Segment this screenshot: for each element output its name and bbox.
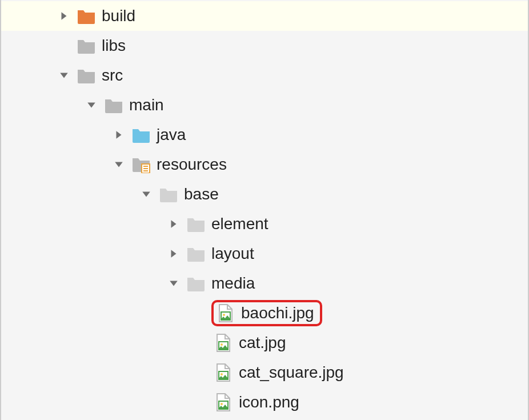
highlight-annotation: baochi.jpg bbox=[211, 300, 322, 326]
tree-item-layout[interactable]: layout bbox=[1, 239, 528, 269]
tree-item-label: src bbox=[102, 67, 123, 83]
tree-item-resources[interactable]: resources bbox=[1, 150, 528, 179]
folder-icon bbox=[186, 274, 206, 293]
folder-icon bbox=[186, 244, 206, 263]
tree-item-label: cat.jpg bbox=[239, 335, 286, 351]
tree-item-element[interactable]: element bbox=[1, 209, 528, 239]
tree-item-main[interactable]: main bbox=[1, 90, 528, 120]
folder-icon bbox=[159, 185, 178, 204]
tree-item-label: resources bbox=[157, 157, 227, 173]
folder-icon bbox=[77, 6, 96, 26]
folder-icon bbox=[131, 125, 151, 145]
tree-item-label: layout bbox=[211, 246, 254, 262]
tree-item-build[interactable]: build bbox=[1, 1, 528, 31]
resources-folder-icon bbox=[131, 155, 151, 174]
tree-item-baochi[interactable]: baochi.jpg bbox=[1, 298, 528, 328]
tree-item-label: main bbox=[129, 97, 164, 113]
file-tree: build libs src main java resources bbox=[0, 0, 529, 420]
tree-item-libs[interactable]: libs bbox=[1, 31, 528, 61]
folder-icon bbox=[186, 214, 206, 234]
image-file-icon bbox=[216, 303, 235, 323]
tree-item-media[interactable]: media bbox=[1, 269, 528, 298]
chevron-down-icon[interactable] bbox=[166, 275, 182, 291]
image-file-icon bbox=[214, 333, 233, 353]
folder-icon bbox=[77, 36, 96, 55]
tree-item-label: icon.png bbox=[239, 394, 299, 410]
chevron-right-icon[interactable] bbox=[166, 216, 182, 232]
chevron-down-icon[interactable] bbox=[111, 157, 127, 173]
chevron-down-icon[interactable] bbox=[83, 97, 99, 113]
tree-item-icon-png[interactable]: icon.png bbox=[1, 387, 528, 417]
tree-item-label: baochi.jpg bbox=[241, 305, 314, 321]
tree-item-java[interactable]: java bbox=[1, 120, 528, 150]
folder-icon bbox=[77, 66, 96, 85]
tree-item-label: media bbox=[211, 275, 255, 291]
tree-item-cat[interactable]: cat.jpg bbox=[1, 328, 528, 358]
tree-item-label: base bbox=[184, 186, 219, 202]
tree-item-label: element bbox=[211, 216, 268, 232]
tree-item-src[interactable]: src bbox=[1, 61, 528, 90]
tree-item-label: java bbox=[157, 127, 186, 143]
tree-item-label: build bbox=[102, 8, 135, 24]
tree-item-base[interactable]: base bbox=[1, 179, 528, 209]
tree-item-cat-square[interactable]: cat_square.jpg bbox=[1, 358, 528, 387]
image-file-icon bbox=[214, 363, 233, 382]
chevron-down-icon[interactable] bbox=[138, 186, 154, 202]
tree-item-label: cat_square.jpg bbox=[239, 365, 344, 381]
image-file-icon bbox=[214, 393, 233, 412]
folder-icon bbox=[104, 95, 123, 115]
tree-item-label: libs bbox=[102, 38, 126, 54]
chevron-right-icon[interactable] bbox=[166, 246, 182, 262]
chevron-right-icon[interactable] bbox=[111, 127, 127, 143]
chevron-right-icon[interactable] bbox=[56, 8, 72, 24]
chevron-down-icon[interactable] bbox=[56, 67, 72, 83]
